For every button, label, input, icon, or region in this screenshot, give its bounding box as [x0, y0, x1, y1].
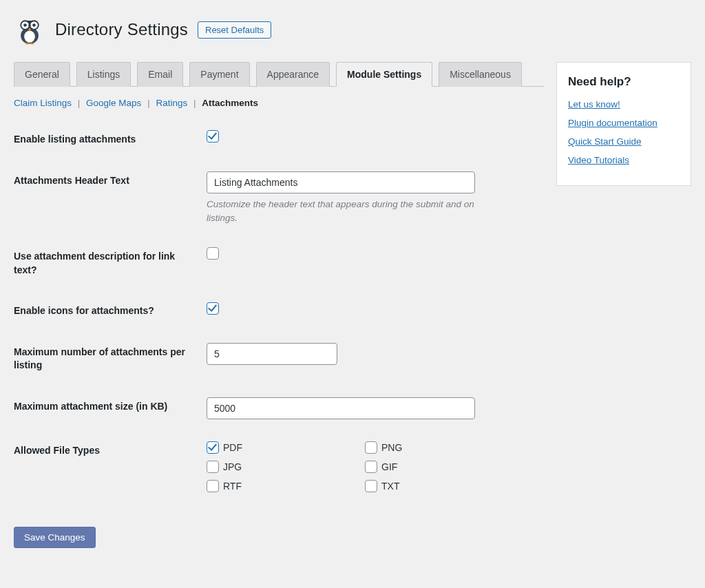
help-link-let-us-know[interactable]: Let us know!: [568, 99, 620, 109]
checkbox-enable-icons[interactable]: [207, 302, 219, 315]
checkbox-gif[interactable]: [365, 461, 377, 473]
svg-point-8: [32, 23, 36, 27]
label-max-size-kb: Maximum attachment size (in KB): [14, 386, 207, 430]
label-enable-icons: Enable icons for attachments?: [14, 291, 207, 332]
label-allowed-file-types: Allowed File Types: [14, 430, 207, 503]
svg-marker-12: [30, 43, 34, 45]
desc-attachments-header-text: Customize the header text that appears d…: [207, 198, 503, 226]
label-attachments-header-text: Attachments Header Text: [14, 160, 207, 237]
file-type-option[interactable]: GIF: [365, 461, 516, 473]
checkbox-use-description-link-text[interactable]: [207, 247, 219, 260]
svg-point-7: [23, 23, 27, 27]
checkbox-rtf[interactable]: [207, 480, 219, 492]
save-changes-button[interactable]: Save Changes: [14, 527, 96, 548]
tab-appearance[interactable]: Appearance: [256, 62, 330, 87]
label-use-description-link-text: Use attachment description for link text…: [14, 236, 207, 291]
input-max-size-kb[interactable]: [207, 397, 475, 419]
svg-marker-11: [25, 43, 30, 45]
checkbox-pdf[interactable]: [207, 441, 219, 454]
file-type-option[interactable]: JPG: [207, 461, 358, 473]
input-max-number[interactable]: [207, 343, 337, 365]
tab-module-settings[interactable]: Module Settings: [336, 62, 432, 87]
tab-email[interactable]: Email: [137, 62, 183, 87]
file-type-label: GIF: [381, 461, 397, 472]
subtab-attachments[interactable]: Attachments: [202, 98, 258, 108]
file-type-option[interactable]: PDF: [207, 441, 358, 454]
file-type-label: JPG: [223, 461, 242, 472]
file-type-label: RTF: [223, 481, 242, 492]
tab-general[interactable]: General: [14, 62, 70, 87]
checkbox-png[interactable]: [365, 441, 377, 454]
file-type-label: TXT: [381, 481, 399, 492]
file-type-option[interactable]: RTF: [207, 480, 358, 492]
file-type-option[interactable]: PNG: [365, 441, 516, 454]
label-max-number: Maximum number of attachments per listin…: [14, 332, 207, 386]
checkbox-jpg[interactable]: [207, 461, 219, 473]
help-link-plugin-docs[interactable]: Plugin documentation: [568, 118, 657, 128]
svg-point-1: [24, 30, 35, 42]
subtab-separator: |: [190, 98, 200, 108]
reset-defaults-button[interactable]: Reset Defaults: [198, 21, 271, 39]
subtab-ratings[interactable]: Ratings: [156, 98, 187, 108]
tab-bar: General Listings Email Payment Appearanc…: [14, 62, 544, 87]
subtab-google-maps[interactable]: Google Maps: [86, 98, 141, 108]
checkbox-enable-listing-attachments[interactable]: [207, 130, 219, 143]
help-link-video-tutorials[interactable]: Video Tutorials: [568, 155, 629, 165]
subtab-bar: Claim Listings | Google Maps | Ratings |…: [14, 94, 544, 119]
subtab-claim-listings[interactable]: Claim Listings: [14, 98, 72, 108]
help-title: Need help?: [568, 75, 680, 89]
page-header: Directory Settings Reset Defaults: [14, 14, 691, 45]
tab-miscellaneous[interactable]: Miscellaneous: [439, 62, 522, 87]
label-enable-listing-attachments: Enable listing attachments: [14, 119, 207, 160]
file-type-label: PDF: [223, 442, 242, 453]
tab-payment[interactable]: Payment: [189, 62, 249, 87]
settings-form: Enable listing attachments Attachments H…: [14, 119, 544, 503]
tab-listings[interactable]: Listings: [76, 62, 131, 87]
svg-rect-9: [28, 25, 31, 26]
page-title: Directory Settings: [55, 20, 188, 39]
subtab-separator: |: [74, 98, 84, 108]
file-type-label: PNG: [381, 442, 402, 453]
help-panel: Need help? Let us know! Plugin documenta…: [556, 62, 691, 186]
input-attachments-header-text[interactable]: [207, 171, 475, 193]
file-type-option[interactable]: TXT: [365, 480, 516, 492]
owl-mascot-icon: [14, 14, 45, 45]
checkbox-txt[interactable]: [365, 480, 377, 492]
subtab-separator: |: [144, 98, 154, 108]
help-link-quick-start-guide[interactable]: Quick Start Guide: [568, 136, 642, 147]
allowed-file-types-grid: PDF PNG JPG: [207, 441, 537, 492]
